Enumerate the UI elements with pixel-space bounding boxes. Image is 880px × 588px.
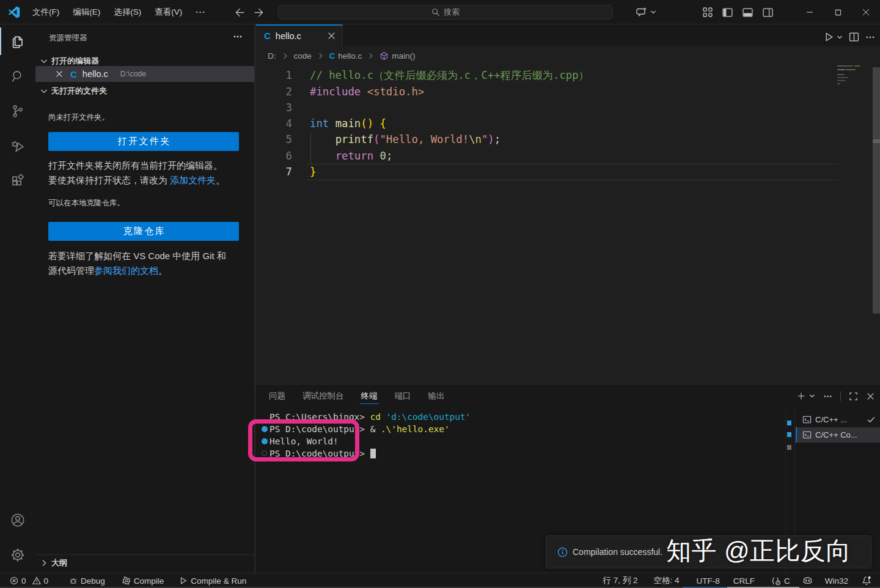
toggle-secondary-sidebar-icon[interactable] xyxy=(763,7,773,18)
explorer-icon[interactable] xyxy=(0,27,35,56)
panel-tab-bar: 问题调试控制台终端端口输出 xyxy=(269,384,445,408)
line-number: 6 xyxy=(270,148,292,164)
welcome-link[interactable]: 参阅我们的文档 xyxy=(94,265,158,276)
editor-more-actions-icon[interactable] xyxy=(865,32,875,42)
status-item-bell-dot[interactable] xyxy=(862,573,871,588)
status-item-compile-run[interactable]: Compile & Run xyxy=(179,573,246,588)
maximize-button[interactable] xyxy=(824,0,852,24)
menu-文[interactable]: 文件(F) xyxy=(26,4,66,20)
status-item-crlf[interactable]: CRLF xyxy=(733,573,755,588)
terminal-token xyxy=(381,412,386,422)
panel-tab-终端[interactable]: 终端 xyxy=(361,384,378,408)
menu-查[interactable]: 查看(V) xyxy=(148,4,189,20)
toggle-sidebar-icon[interactable] xyxy=(722,7,733,18)
status-item-c[interactable]: C xyxy=(771,573,790,588)
minimize-button[interactable] xyxy=(796,0,824,24)
source-control-icon[interactable] xyxy=(0,97,35,126)
close-panel-icon[interactable] xyxy=(866,392,875,401)
open-editor-file-name: hello.c xyxy=(82,69,108,79)
code-token: <stdio.h> xyxy=(367,86,425,98)
close-tab-icon[interactable] xyxy=(327,31,336,40)
breadcrumb-item[interactable]: main() xyxy=(380,51,415,61)
status-text: 0 xyxy=(44,576,49,586)
status-item-compile[interactable]: Compile xyxy=(122,573,164,588)
open-folder-button[interactable]: 打开文件夹 xyxy=(48,132,239,151)
breadcrumb-label: main() xyxy=(392,51,415,61)
status-text: Compile & Run xyxy=(191,576,246,586)
menu-more[interactable]: ··· xyxy=(189,4,213,20)
layout-controls xyxy=(703,0,773,24)
terminal-icon xyxy=(802,430,812,439)
code-token: } xyxy=(310,166,316,178)
panel-tab-端口[interactable]: 端口 xyxy=(395,384,411,408)
run-file-icon[interactable] xyxy=(824,32,834,42)
open-editor-item-hello-c[interactable]: C hello.c D:\code xyxy=(35,66,254,82)
panel-tab-问题[interactable]: 问题 xyxy=(269,384,285,408)
breadcrumb-separator-icon xyxy=(316,51,325,61)
code-editor[interactable]: 1// hello.c（文件后缀必须为.c，C++程序后缀为.cpp）2#inc… xyxy=(256,66,880,384)
status-item-空格-4[interactable]: 空格: 4 xyxy=(653,573,679,588)
tab-hello-c[interactable]: C hello.c xyxy=(256,24,343,46)
new-terminal-icon[interactable] xyxy=(797,392,805,400)
status-item-debug[interactable]: Debug xyxy=(69,573,105,588)
nav-arrows xyxy=(235,0,264,24)
code-token: int xyxy=(310,117,329,130)
close-window-button[interactable] xyxy=(852,0,880,24)
sidebar-more-actions-icon[interactable] xyxy=(233,32,243,42)
run-debug-icon[interactable] xyxy=(0,131,35,161)
breadcrumb-item[interactable]: Chello.c xyxy=(329,51,362,61)
search-view-icon[interactable] xyxy=(0,62,35,91)
close-editor-icon[interactable] xyxy=(55,70,64,78)
menu-编[interactable]: 编辑(E) xyxy=(66,4,107,20)
status-item-win32[interactable]: Win32 xyxy=(825,573,848,588)
status-text: Win32 xyxy=(825,576,848,586)
breadcrumb: D:codeChello.cmain() xyxy=(256,46,880,66)
run-dropdown-chevron-icon[interactable] xyxy=(837,34,843,40)
welcome-text-2: 打开文件夹将关闭所有当前打开的编辑器。要使其保持打开状态，请改为 添加文件夹。 xyxy=(48,158,241,188)
code-token: { xyxy=(380,117,386,130)
copilot-button[interactable] xyxy=(636,5,656,20)
pink-highlight-annotation xyxy=(248,419,359,461)
status-item-0[interactable]: 0 xyxy=(32,573,49,588)
breadcrumb-item[interactable]: code xyxy=(294,51,312,61)
code-token xyxy=(310,150,336,162)
status-bar-right: 行 7, 列 2空格: 4UTF-8CRLFCWin32 xyxy=(603,573,880,588)
bell-dot-icon xyxy=(862,576,871,586)
panel-tab-输出[interactable]: 输出 xyxy=(428,384,445,408)
line-number: 5 xyxy=(270,131,292,147)
status-item-行-7-列-2[interactable]: 行 7, 列 2 xyxy=(603,573,637,588)
terminal-list-item[interactable]: C/C++ Co... xyxy=(796,427,880,443)
back-arrow-icon[interactable] xyxy=(235,7,245,18)
copilot-chat-icon xyxy=(636,6,648,18)
gear-icon xyxy=(122,576,131,585)
code-line: 4int main() { xyxy=(256,116,867,131)
section-no-folder[interactable]: 无打开的文件夹 xyxy=(35,84,254,98)
panel-tab-调试控制台[interactable]: 调试控制台 xyxy=(302,384,344,408)
section-outline[interactable]: 大纲 xyxy=(35,554,254,571)
panel-more-actions-icon[interactable] xyxy=(823,392,832,401)
account-icon[interactable] xyxy=(0,505,35,535)
welcome-text: 源代码管理 xyxy=(48,265,94,276)
search-input[interactable]: 搜索 xyxy=(278,5,613,20)
maximize-panel-icon[interactable] xyxy=(849,392,858,401)
extensions-icon[interactable] xyxy=(0,166,35,196)
clone-repo-button[interactable]: 克隆仓库 xyxy=(48,222,239,241)
menu-选[interactable]: 选择(S) xyxy=(107,4,148,20)
welcome-link[interactable]: 添加文件夹 xyxy=(170,175,216,185)
customize-layout-icon[interactable] xyxy=(703,7,713,17)
terminal-list-item[interactable]: C/C++ ... xyxy=(796,412,880,427)
terminal-dropdown-chevron-icon[interactable] xyxy=(809,393,815,399)
status-item-copilot[interactable] xyxy=(802,573,813,588)
minimap[interactable] xyxy=(818,65,871,114)
terminal-list-label: C/C++ Co... xyxy=(815,430,857,439)
code-token: ; xyxy=(386,150,392,162)
welcome-p2-line: 要使其保持打开状态，请改为 添加文件夹。 xyxy=(48,173,241,188)
status-item-utf-8[interactable]: UTF-8 xyxy=(696,573,719,588)
split-editor-icon[interactable] xyxy=(849,32,859,42)
breadcrumb-item[interactable]: D: xyxy=(268,51,276,61)
forward-arrow-icon[interactable] xyxy=(254,7,264,18)
editor-scrollbar[interactable] xyxy=(873,67,880,314)
settings-gear-icon[interactable] xyxy=(0,540,35,570)
status-item-0[interactable]: 0 xyxy=(10,573,26,588)
toggle-panel-icon[interactable] xyxy=(743,7,753,18)
